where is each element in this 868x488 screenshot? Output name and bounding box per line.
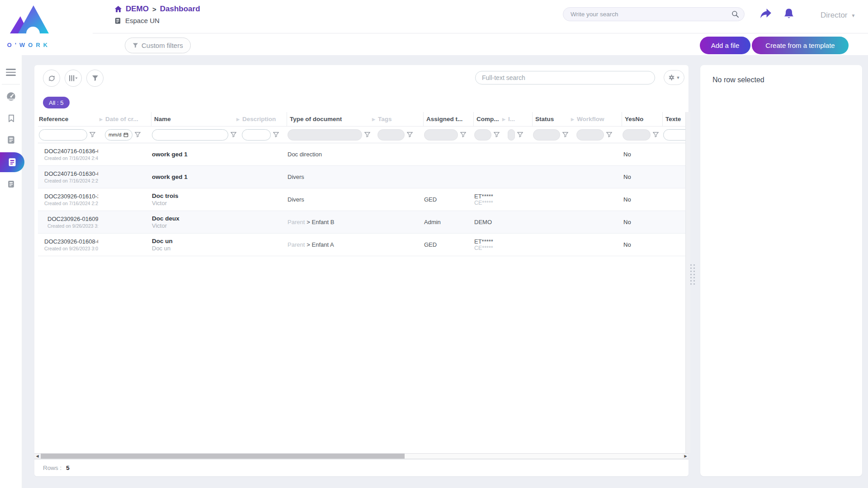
filter-input-workflow (576, 129, 604, 141)
refresh-button[interactable] (43, 70, 60, 87)
scroll-right-arrow-icon[interactable]: ▶ (683, 454, 689, 459)
filter-input-yesno (623, 129, 651, 141)
menu-toggle-icon[interactable] (6, 69, 16, 76)
table-row[interactable]: DOC240716-01636-0Created on 7/16/2024 2:… (38, 143, 689, 166)
header-divider (93, 33, 868, 33)
type-cell: Parent> Enfant B (287, 219, 371, 225)
custom-filters-button[interactable]: Custom filters (125, 38, 191, 53)
expand-caret-icon: ▶ (236, 117, 240, 122)
funnel-icon[interactable] (653, 132, 659, 137)
funnel-icon (92, 75, 99, 81)
breadcrumb-current[interactable]: Dashboard (160, 5, 200, 14)
sidebar-item-ged-active[interactable] (0, 152, 24, 172)
journal-icon (114, 17, 121, 24)
fulltext-search-input[interactable] (475, 71, 655, 84)
table-settings-button[interactable]: ▼ (664, 70, 684, 85)
col-header-status[interactable]: Status (532, 112, 570, 126)
search-icon[interactable] (731, 10, 739, 18)
filter-input-company (474, 129, 491, 141)
funnel-icon[interactable] (562, 132, 568, 137)
sidebar-item-documents[interactable] (0, 131, 22, 150)
reference-cell: DOC230926-01609-0Created on 9/26/2023 3:… (38, 216, 98, 229)
breadcrumb-root[interactable]: DEMO (126, 5, 149, 14)
user-role-menu[interactable]: Director ▼ (821, 11, 855, 20)
col-header-yesno[interactable]: YesNo (622, 112, 662, 126)
filter-input-assigned (424, 129, 458, 141)
panel-resize-handle[interactable] (690, 264, 696, 288)
filter-input-i (508, 129, 515, 141)
global-search-input[interactable] (563, 7, 745, 21)
vertical-scrollbar[interactable] (685, 112, 690, 453)
share-icon[interactable] (760, 8, 772, 19)
table-filter-row: mm/d (38, 127, 689, 143)
filter-input-texte[interactable] (663, 129, 689, 141)
scroll-left-arrow-icon[interactable]: ◀ (34, 454, 40, 459)
documents-table-panel: ▼ All : 5 Reference ▶Date of cr... Name … (34, 65, 689, 476)
filter-button[interactable] (86, 70, 104, 87)
filter-input-reference[interactable] (39, 129, 87, 141)
table-row[interactable]: DOC240716-01630-0Created on 7/16/2024 2:… (38, 166, 689, 188)
create-from-template-button[interactable]: Create from a template (752, 37, 849, 54)
journal-icon (8, 158, 17, 167)
horizontal-scrollbar-thumb[interactable] (41, 454, 405, 459)
col-header-description[interactable]: ▶Description (235, 112, 287, 126)
funnel-icon[interactable] (90, 132, 95, 137)
bell-icon[interactable] (783, 8, 795, 20)
company-cell: ET*****CE***** (473, 193, 501, 206)
app-logo[interactable]: O'WORK (6, 3, 52, 49)
col-header-texte[interactable]: Texte (662, 112, 689, 126)
reference-cell: DOC230926-01608-0Created on 9/26/2023 3:… (38, 238, 98, 251)
horizontal-scrollbar[interactable]: ◀ ▶ (34, 453, 689, 459)
yesno-cell: No (622, 151, 662, 158)
expand-caret-icon: ▶ (372, 117, 375, 122)
funnel-icon[interactable] (606, 132, 612, 137)
table-header-row: Reference ▶Date of cr... Name ▶Descripti… (38, 112, 689, 127)
filter-input-status (533, 129, 560, 141)
add-file-button[interactable]: Add a file (700, 37, 750, 54)
all-count-badge[interactable]: All : 5 (43, 97, 70, 108)
funnel-icon[interactable] (273, 132, 279, 137)
expand-caret-icon: ▶ (99, 117, 103, 122)
col-header-workflow[interactable]: ▶Workflow (570, 112, 622, 126)
filter-input-date[interactable]: mm/d (105, 129, 132, 141)
name-cell: Doc troisVictor (151, 192, 235, 206)
funnel-icon[interactable] (494, 132, 500, 137)
name-cell: Doc deuxVictor (151, 215, 235, 229)
type-cell: Doc direction (287, 151, 371, 158)
col-header-tags[interactable]: ▶Tags (371, 112, 423, 126)
funnel-icon[interactable] (135, 132, 141, 137)
table-row[interactable]: DOC230926-01608-0Created on 9/26/2023 3:… (38, 234, 689, 256)
name-cell: owork ged 1 (151, 151, 235, 158)
columns-icon (69, 75, 78, 82)
filter-input-description[interactable] (242, 129, 271, 141)
home-icon[interactable] (114, 5, 122, 13)
breadcrumb: DEMO > Dashboard Espace UN (114, 5, 200, 24)
funnel-icon[interactable] (460, 132, 466, 137)
type-cell: Divers (287, 174, 371, 180)
funnel-icon[interactable] (407, 132, 413, 137)
col-header-reference[interactable]: Reference (38, 112, 98, 126)
journal-icon (7, 180, 15, 188)
col-header-company[interactable]: Comp... (473, 112, 501, 126)
rows-label: Rows : (43, 465, 61, 471)
calendar-icon (123, 132, 128, 137)
funnel-icon[interactable] (517, 132, 523, 137)
table-row[interactable]: DOC230926-01610-3Created on 7/16/2024 2:… (38, 188, 689, 211)
col-header-i[interactable]: ▶I... (501, 112, 532, 126)
col-header-date[interactable]: ▶Date of cr... (98, 112, 151, 126)
sidebar-item-bookmarks[interactable] (0, 109, 22, 128)
filter-input-name[interactable] (152, 129, 228, 141)
columns-button[interactable] (65, 70, 82, 87)
journal-icon (7, 136, 15, 144)
global-search (563, 7, 745, 21)
col-header-assigned[interactable]: Assigned t... (423, 112, 473, 126)
funnel-icon[interactable] (364, 132, 370, 137)
yesno-cell: No (622, 196, 662, 203)
col-header-type[interactable]: Type of document (287, 112, 371, 126)
col-header-name[interactable]: Name (151, 112, 235, 126)
sidebar-item-dashboard[interactable] (0, 87, 22, 106)
logo-mountain-icon (8, 3, 50, 39)
assigned-cell: GED (423, 196, 473, 203)
sidebar-item-archive[interactable] (0, 175, 22, 194)
table-row[interactable]: DOC230926-01609-0Created on 9/26/2023 3:… (38, 211, 689, 234)
